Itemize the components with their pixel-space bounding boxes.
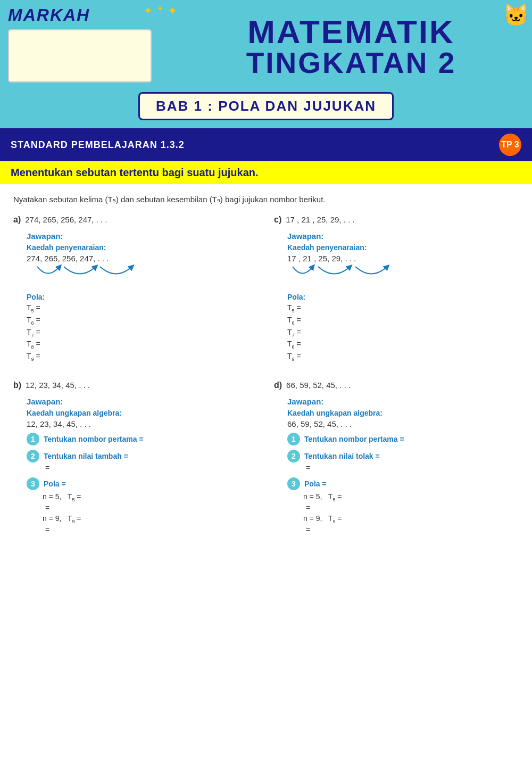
step2-circle-d: 2: [287, 450, 300, 463]
question-d-equals2: =: [306, 503, 519, 512]
bab-title: BAB 1 : POLA DAN JUJUKAN: [156, 98, 376, 114]
question-d-block: d) 66, 59, 52, 45, . . . Jawapan: Kaedah…: [274, 381, 519, 534]
question-b-equals2: =: [45, 503, 258, 512]
step3-text-b: Pola =: [44, 480, 66, 488]
question-b-n5: n = 5, T5 =: [43, 492, 258, 502]
step1-circle-b: 1: [27, 433, 39, 445]
question-d-seq-repeat: 66, 59, 52, 45, . . .: [287, 419, 519, 428]
step1-text-d: Tentukan nombor pertama =: [304, 435, 404, 443]
bab-box: BAB 1 : POLA DAN JUJUKAN: [138, 92, 394, 120]
objective-text: Menentukan sebutan tertentu bagi suatu j…: [11, 167, 521, 179]
question-a-sequence: 274, 265, 256, 247, . . .: [25, 215, 107, 224]
question-d-step3: 3 Pola =: [287, 477, 519, 490]
question-a-kaedah: Kaedah penyenaraian:: [27, 243, 258, 252]
standard-bar: STANDARD PEMBELAJARAN 1.3.2 TP 3: [0, 128, 532, 161]
main-title-line2: TINGKATAN 2: [246, 48, 456, 78]
question-c-t5: T5 =: [287, 303, 519, 313]
step1-text-b: Tentukan nombor pertama =: [44, 435, 144, 443]
question-d-jawapan: Jawapan:: [287, 397, 519, 406]
main-content: Nyatakan sebutan kelima (T₅) dan sebutan…: [0, 184, 532, 768]
question-a-block: a) 274, 265, 256, 247, . . . Jawapan: Ka…: [13, 215, 258, 362]
markah-box: [8, 29, 152, 82]
question-a-jawapan: Jawapan:: [27, 232, 258, 241]
question-c-sequence: 17 , 21 , 25, 29, . . .: [286, 215, 354, 224]
question-b-n9: n = 9, T9 =: [43, 514, 258, 524]
step2-text-b: Tentukan nilai tambah =: [44, 452, 128, 460]
question-d-equals3: =: [306, 525, 519, 534]
question-a-t8: T8 =: [27, 340, 258, 350]
question-d-equals1: =: [306, 464, 519, 472]
question-a-t9: T9 =: [27, 352, 258, 362]
question-c-t6: T6 =: [287, 316, 519, 326]
tp-badge: TP 3: [499, 134, 521, 156]
stars-decoration: ✦ ✦ ✦: [144, 4, 177, 18]
animal-decoration: 🐱: [503, 3, 529, 28]
question-c-pola: Pola:: [287, 293, 519, 301]
header: ✦ ✦ ✦ MARKAH MATEMATIK TINGKATAN 2 🐱: [0, 0, 532, 88]
question-c-kaedah: Kaedah penyenaraian:: [287, 243, 519, 252]
question-c-seq-repeat: 17 , 21 , 25, 29, . . .: [287, 254, 519, 263]
step2-text-d: Tentukan nilai tolak =: [304, 452, 380, 460]
question-a-pola: Pola:: [27, 293, 258, 301]
question-a-seq-repeat: 274, 265, 256, 247, . . .: [27, 254, 258, 263]
question-c-t7: T7 =: [287, 328, 519, 338]
question-a-arrows: [27, 264, 165, 286]
question-b-step2: 2 Tentukan nilai tambah =: [27, 450, 258, 463]
question-b-jawapan: Jawapan:: [27, 397, 258, 406]
question-b-seq-repeat: 12, 23, 34, 45, . . .: [27, 419, 258, 428]
question-a-label: a): [13, 215, 21, 225]
question-a-t5: T5 =: [27, 303, 258, 313]
questions-grid: a) 274, 265, 256, 247, . . . Jawapan: Ka…: [13, 215, 519, 547]
question-b-kaedah: Kaedah ungkapan algebra:: [27, 409, 258, 417]
instruction-text: Nyatakan sebutan kelima (T₅) dan sebutan…: [13, 195, 519, 204]
question-d-n9: n = 9, T9 =: [303, 514, 519, 524]
question-b-step1: 1 Tentukan nombor pertama =: [27, 433, 258, 445]
question-d-label: d): [274, 381, 282, 390]
header-right: MATEMATIK TINGKATAN 2: [178, 5, 524, 82]
question-b-label: b): [13, 381, 21, 390]
question-c-t9: T9 =: [287, 352, 519, 362]
question-a-t6: T6 =: [27, 316, 258, 326]
question-d-n5: n = 5, T5 =: [303, 492, 519, 502]
step1-circle-d: 1: [287, 433, 300, 445]
question-b-equals3: =: [45, 525, 258, 534]
question-b-sequence: 12, 23, 34, 45, . . .: [26, 381, 90, 390]
step3-circle-d: 3: [287, 477, 300, 490]
standard-text: STANDARD PEMBELAJARAN 1.3.2: [11, 139, 185, 151]
question-c-t8: T8 =: [287, 340, 519, 350]
main-title-line1: MATEMATIK: [247, 15, 455, 48]
question-d-kaedah: Kaedah ungkapan algebra:: [287, 409, 519, 417]
question-d-step2: 2 Tentukan nilai tolak =: [287, 450, 519, 463]
objective-bar: Menentukan sebutan tertentu bagi suatu j…: [0, 161, 532, 184]
question-b-block: b) 12, 23, 34, 45, . . . Jawapan: Kaedah…: [13, 381, 258, 534]
step3-text-d: Pola =: [304, 480, 327, 488]
bab-section: BAB 1 : POLA DAN JUJUKAN: [0, 88, 532, 128]
question-c-block: c) 17 , 21 , 25, 29, . . . Jawapan: Kaed…: [274, 215, 519, 362]
question-c-jawapan: Jawapan:: [287, 232, 519, 241]
question-c-arrows: [287, 264, 426, 286]
question-c-label: c): [274, 215, 281, 225]
question-d-step1: 1 Tentukan nombor pertama =: [287, 433, 519, 445]
question-d-sequence: 66, 59, 52, 45, . . .: [286, 381, 351, 390]
step2-circle-b: 2: [27, 450, 39, 463]
question-a-t7: T7 =: [27, 328, 258, 338]
question-b-equals1: =: [45, 464, 258, 472]
step3-circle-b: 3: [27, 477, 39, 490]
question-b-step3: 3 Pola =: [27, 477, 258, 490]
